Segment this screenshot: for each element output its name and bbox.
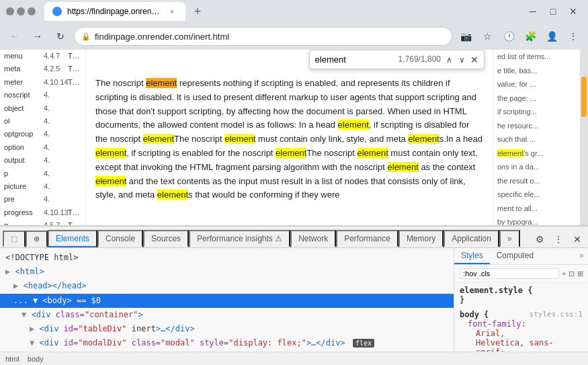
scrollbar-thumb[interactable]: [581, 77, 587, 117]
window-close-button[interactable]: [6, 7, 14, 15]
list-item[interactable]: noscript 4.: [0, 89, 85, 102]
new-tab-button[interactable]: +: [188, 2, 207, 21]
container-div-line[interactable]: ▼ <div class="container">: [0, 308, 454, 322]
flex-badge: flex: [353, 339, 374, 348]
tab-performance-insights[interactable]: Performance insights ⚠: [189, 230, 290, 247]
tab-performance[interactable]: Performance: [336, 230, 398, 247]
tab-styles[interactable]: Styles: [454, 248, 490, 264]
element-style-selector: element.style {: [460, 286, 583, 295]
address-bar-row: ← → ↻ 🔒 findinpage.onrender.com/inert.ht…: [0, 23, 588, 50]
tab-elements[interactable]: Elements: [48, 230, 97, 247]
list-item[interactable]: meta 4.2.5 The meta element represents v…: [0, 63, 85, 75]
list-item[interactable]: output 4.: [0, 154, 85, 167]
right-sidebar: ed list of items... e title, bas... valu…: [493, 50, 580, 225]
list-item[interactable]: meter 4.10.14 The meter element represen…: [0, 76, 85, 89]
body-style-block: body { styles.css:1 font-family: Arial, …: [454, 307, 588, 352]
tab-inspect[interactable]: ⊕: [26, 231, 48, 247]
back-button[interactable]: ←: [5, 27, 24, 46]
tab-bar: 🌐 https://findinpage.onrender.com/... × …: [44, 2, 518, 21]
lock-icon: 🔒: [81, 32, 91, 41]
body-font-family-val: Arial,: [460, 329, 583, 338]
tab-favicon: 🌐: [52, 7, 62, 16]
tab-application[interactable]: Application: [444, 230, 499, 247]
window-maximize-button[interactable]: [28, 7, 36, 15]
right-item: ment to all...: [493, 202, 580, 216]
search-next-button[interactable]: ∨: [456, 54, 468, 66]
find-bar: 1,769/1,800 ∧ ∨ ✕: [309, 50, 485, 69]
styles-panel: Styles Computed » + ⊡ ⊞ element.style { …: [454, 248, 588, 352]
tab-console[interactable]: Console: [97, 230, 143, 247]
tab-memory[interactable]: Memory: [398, 230, 444, 247]
right-item: by typogra...: [493, 215, 580, 225]
list-item[interactable]: picture 4.: [0, 180, 85, 193]
devtools-status-bar: html body: [0, 352, 588, 365]
vertical-scrollbar[interactable]: [580, 50, 588, 225]
styles-toolbar: + ⊡ ⊞: [454, 265, 588, 283]
right-item: value; for ...: [493, 77, 580, 91]
tab-more[interactable]: »: [499, 230, 520, 247]
styles-filter-input[interactable]: [460, 268, 559, 279]
address-bar[interactable]: 🔒 findinpage.onrender.com/inert.html: [74, 27, 452, 46]
status-tag-html[interactable]: html: [5, 355, 19, 363]
profile-icon[interactable]: 👤: [542, 27, 561, 46]
restore-window-icon[interactable]: □: [544, 2, 562, 21]
right-item: specific ele...: [493, 188, 580, 202]
tab-sources[interactable]: Sources: [143, 230, 189, 247]
status-tag-body[interactable]: body: [28, 355, 44, 363]
styles-add-rule-icon[interactable]: +: [562, 268, 566, 280]
styles-inspect-icon[interactable]: ⊡: [569, 268, 575, 280]
list-item[interactable]: p 4.: [0, 167, 85, 180]
html-line[interactable]: ▶ <html>: [0, 265, 454, 279]
devtools-settings-icon[interactable]: ⚙: [532, 231, 548, 247]
list-item[interactable]: q 4.5.7 The q element represents some ph…: [0, 219, 85, 225]
body-style-selector: body { styles.css:1: [460, 310, 583, 319]
devtools-body: <!DOCTYPE html> ▶ <html> ▶ <head></head>…: [0, 248, 588, 352]
body-line-selected[interactable]: ... ▼ <body> == $0: [0, 294, 454, 308]
menu-icon[interactable]: ⋮: [564, 27, 583, 46]
content-area: menu 4.4.7 The menu element represents a…: [0, 50, 588, 225]
body-font-family-val2: Helvetica, sans-: [460, 338, 583, 348]
dom-tree-panel: <!DOCTYPE html> ▶ <html> ▶ <head></head>…: [0, 248, 454, 352]
body-font-family-prop: font-family:: [460, 319, 583, 329]
right-item: the page: ...: [493, 91, 580, 106]
search-close-button[interactable]: ✕: [470, 54, 478, 65]
head-line[interactable]: ▶ <head></head>: [0, 279, 454, 293]
list-item[interactable]: progress 4.10.13 The progress element re…: [0, 206, 85, 219]
tablediv-line[interactable]: ▶ <div id="tableDiv" inert>…</div>: [0, 322, 454, 336]
window-minimize-button[interactable]: [17, 7, 25, 15]
active-tab[interactable]: 🌐 https://findinpage.onrender.com/... ×: [44, 2, 185, 21]
search-input[interactable]: [315, 54, 396, 65]
right-item: element's gr...: [493, 147, 580, 161]
tab-computed[interactable]: Computed: [490, 248, 540, 264]
devtools-tab-bar: ⬚ ⊕ Elements Console Sources Performance…: [0, 227, 588, 248]
right-item: he resourc...: [493, 119, 580, 133]
close-window-icon[interactable]: ✕: [564, 2, 583, 21]
modaldiv-line[interactable]: ▼ <div id="modalDiv" class="modal" style…: [0, 336, 454, 350]
minimize-window-icon[interactable]: ─: [523, 2, 542, 21]
right-item: e title, bas...: [493, 64, 580, 78]
doctype-line: <!DOCTYPE html>: [0, 251, 454, 265]
list-item[interactable]: pre 4.: [0, 193, 85, 206]
list-item[interactable]: menu 4.4.7 The menu element represents a…: [0, 50, 85, 63]
extensions-icon[interactable]: 🧩: [521, 27, 540, 46]
screenshot-icon[interactable]: 📷: [456, 27, 475, 46]
list-item[interactable]: object 4.: [0, 102, 85, 115]
search-count: 1,769/1,800: [398, 53, 441, 66]
list-item[interactable]: optgroup 4.: [0, 128, 85, 140]
styles-toggle-icon[interactable]: ⊞: [577, 268, 583, 280]
tab-close-button[interactable]: ×: [167, 6, 177, 17]
search-prev-button[interactable]: ∧: [444, 54, 455, 66]
forward-button[interactable]: →: [28, 27, 47, 46]
tab-network[interactable]: Network: [290, 230, 336, 247]
toolbar-icons: 📷 ☆ 🕐 🧩 👤 ⋮: [456, 27, 583, 46]
tab-devtools-toggle[interactable]: ⬚: [3, 231, 26, 247]
history-icon[interactable]: 🕐: [499, 27, 518, 46]
styles-tab-more[interactable]: »: [575, 248, 588, 264]
bookmark-star-icon[interactable]: ☆: [478, 27, 497, 46]
list-item[interactable]: ol 4.: [0, 115, 85, 128]
paragraph: The noscript element represents nothing …: [95, 77, 483, 202]
list-item[interactable]: option 4.: [0, 141, 85, 154]
devtools-close-icon[interactable]: ✕: [569, 231, 585, 247]
devtools-more-icon[interactable]: ⋮: [550, 231, 566, 247]
reload-button[interactable]: ↻: [51, 27, 70, 46]
